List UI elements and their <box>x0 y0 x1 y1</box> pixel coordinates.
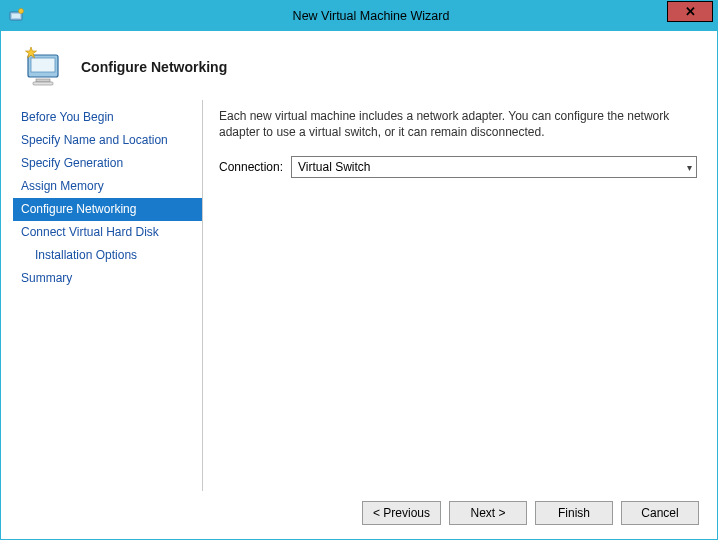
app-icon <box>9 8 25 24</box>
connection-row: Connection: Virtual Switch ▾ <box>219 156 697 178</box>
previous-button[interactable]: < Previous <box>362 501 441 525</box>
header-section: Configure Networking <box>1 31 717 100</box>
connection-dropdown[interactable]: Virtual Switch ▾ <box>291 156 697 178</box>
page-title: Configure Networking <box>81 59 227 75</box>
sidebar-step-4[interactable]: Configure Networking <box>13 198 202 221</box>
wizard-icon <box>19 43 67 91</box>
sidebar-step-7[interactable]: Summary <box>13 267 202 290</box>
body-area: Before You BeginSpecify Name and Locatio… <box>1 100 717 491</box>
svg-rect-5 <box>36 79 50 82</box>
wizard-window: New Virtual Machine Wizard ✕ Configure N… <box>0 0 718 540</box>
content-pane: Each new virtual machine includes a netw… <box>203 100 717 491</box>
sidebar-step-3[interactable]: Assign Memory <box>13 175 202 198</box>
sidebar-step-2[interactable]: Specify Generation <box>13 152 202 175</box>
svg-point-2 <box>19 9 24 14</box>
titlebar: New Virtual Machine Wizard ✕ <box>1 1 717 31</box>
connection-label: Connection: <box>219 160 283 174</box>
window-title: New Virtual Machine Wizard <box>25 9 717 23</box>
connection-value: Virtual Switch <box>298 160 370 174</box>
finish-button[interactable]: Finish <box>535 501 613 525</box>
svg-rect-1 <box>12 14 20 18</box>
sidebar-step-1[interactable]: Specify Name and Location <box>13 129 202 152</box>
sidebar-step-5[interactable]: Connect Virtual Hard Disk <box>13 221 202 244</box>
sidebar-step-0[interactable]: Before You Begin <box>13 106 202 129</box>
svg-rect-4 <box>31 58 55 72</box>
wizard-steps-sidebar: Before You BeginSpecify Name and Locatio… <box>13 100 203 491</box>
button-row: < Previous Next > Finish Cancel <box>1 491 717 539</box>
next-button[interactable]: Next > <box>449 501 527 525</box>
svg-rect-6 <box>33 82 53 85</box>
chevron-down-icon: ▾ <box>687 162 692 173</box>
close-icon: ✕ <box>685 4 696 19</box>
sidebar-step-6[interactable]: Installation Options <box>13 244 202 267</box>
close-button[interactable]: ✕ <box>667 1 713 22</box>
cancel-button[interactable]: Cancel <box>621 501 699 525</box>
footer-area: < Previous Next > Finish Cancel <box>1 491 717 539</box>
description-text: Each new virtual machine includes a netw… <box>219 108 697 140</box>
